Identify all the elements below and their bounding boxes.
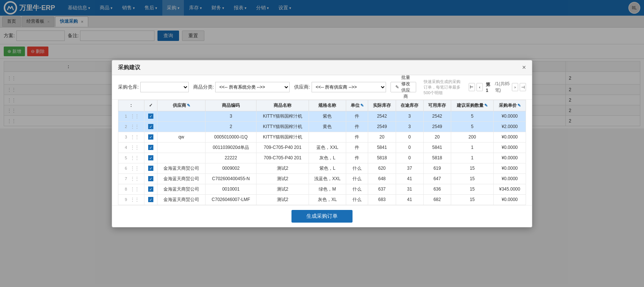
cell-price: ¥2.0000 xyxy=(494,121,526,128)
category-label: 商品分类: xyxy=(193,84,214,90)
th-code: 商品编码 xyxy=(205,100,256,111)
dialog-header: 采购建议 × xyxy=(112,60,532,75)
edit-icon[interactable]: ✎ xyxy=(360,103,364,108)
th-suggest: 建议采购数量✎ xyxy=(451,100,494,111)
modal-overlay: 采购建议 × 采购仓库: 商品分类: <<-- 所有系统分类 -->> 供应商:… xyxy=(0,0,644,128)
next-page-button[interactable]: › xyxy=(512,83,518,91)
last-page-button[interactable]: ⊣ xyxy=(520,83,526,91)
cell-name: KITTY猫韩国榨汁机 xyxy=(256,121,309,128)
warehouse-group: 采购仓库: xyxy=(118,82,189,92)
cell-code: 2 xyxy=(205,121,256,128)
th-transit: 在途库存 xyxy=(396,100,423,111)
inner-table-wrap: : ✓ 供应商✎ 商品编码 商品名称 规格名称 单位✎ 实际库存 在途库存 可用… xyxy=(112,100,532,129)
row-checkbox[interactable]: ✓ xyxy=(148,124,153,128)
th-name: 商品名称 xyxy=(256,100,309,111)
th-supplier: 供应商✎ xyxy=(157,100,205,111)
cell-spec: 黄色 xyxy=(309,121,346,128)
tip-text: 快速采购生成的采购订单，每笔订单最多500个明细 xyxy=(424,79,464,96)
cell-available: 2542 xyxy=(423,111,451,121)
cell-actual: 2542 xyxy=(368,111,396,121)
th-price: 采购单价✎ xyxy=(494,100,526,111)
supplier-select[interactable]: <<-- 所有供应商 -->> xyxy=(312,82,386,92)
cell-transit: 3 xyxy=(396,121,423,128)
cell-code: 3 xyxy=(205,111,256,121)
dialog-title: 采购建议 xyxy=(118,64,140,71)
th-spec: 规格名称 xyxy=(309,100,346,111)
bulk-edit-supplier-button[interactable]: ✎ 批量修改供应商 xyxy=(390,82,416,92)
cell-price: ¥0.0000 xyxy=(494,111,526,121)
th-actual: 实际库存 xyxy=(368,100,396,111)
cell-supplier xyxy=(157,111,205,121)
cell-suggest: 5 xyxy=(451,111,494,121)
th-check: ✓ xyxy=(144,100,157,111)
cell-unit: 件 xyxy=(346,111,368,121)
row-checkbox[interactable]: ✓ xyxy=(148,114,153,119)
cell-available: 2549 xyxy=(423,121,451,128)
drag-handle: ⋮⋮ xyxy=(130,124,139,128)
supplier-label: 供应商: xyxy=(294,84,310,90)
category-select[interactable]: <<-- 所有系统分类 -->> xyxy=(215,82,290,92)
page-current: 第 1 xyxy=(484,82,494,93)
page-total: /1(共85笔) xyxy=(495,81,511,93)
warehouse-select[interactable] xyxy=(140,82,189,92)
cell-unit: 件 xyxy=(346,121,368,128)
th-unit: 单位✎ xyxy=(346,100,368,111)
edit-icon[interactable]: ✎ xyxy=(517,103,521,108)
cell-actual: 2549 xyxy=(368,121,396,128)
cell-spec: 紫色 xyxy=(309,111,346,121)
cell-supplier xyxy=(157,121,205,128)
cell-transit: 3 xyxy=(396,111,423,121)
prev-page-button[interactable]: ‹ xyxy=(476,83,483,91)
warehouse-label: 采购仓库: xyxy=(118,84,139,90)
edit-icon: ✎ xyxy=(395,84,399,90)
cell-name: KITTY猫韩国榨汁机 xyxy=(256,111,309,121)
table-row: 1⋮⋮ ✓ 3 KITTY猫韩国榨汁机 紫色 件 2542 3 2542 5 ¥… xyxy=(118,111,526,121)
pagination: ⊢ ‹ 第 1 /1(共85笔) › ⊣ xyxy=(469,81,526,93)
edit-icon[interactable]: ✎ xyxy=(484,103,488,108)
purchase-suggestion-dialog: 采购建议 × 采购仓库: 商品分类: <<-- 所有系统分类 -->> 供应商:… xyxy=(112,60,532,129)
edit-icon[interactable]: ✎ xyxy=(187,103,190,108)
inner-table: : ✓ 供应商✎ 商品编码 商品名称 规格名称 单位✎ 实际库存 在途库存 可用… xyxy=(118,100,526,129)
category-group: 商品分类: <<-- 所有系统分类 -->> xyxy=(193,82,290,92)
th-drag: : xyxy=(118,100,144,111)
dialog-toolbar: 采购仓库: 商品分类: <<-- 所有系统分类 -->> 供应商: <<-- 所… xyxy=(112,75,532,100)
dialog-close-button[interactable]: × xyxy=(522,64,526,71)
drag-handle: ⋮⋮ xyxy=(130,114,139,119)
first-page-button[interactable]: ⊢ xyxy=(469,83,475,91)
supplier-group: 供应商: <<-- 所有供应商 -->> xyxy=(294,82,386,92)
table-row: 2⋮⋮ ✓ 2 KITTY猫韩国榨汁机 黄色 件 2549 3 2549 5 ¥… xyxy=(118,121,526,128)
th-available: 可用库存 xyxy=(423,100,451,111)
cell-suggest: 5 xyxy=(451,121,494,128)
